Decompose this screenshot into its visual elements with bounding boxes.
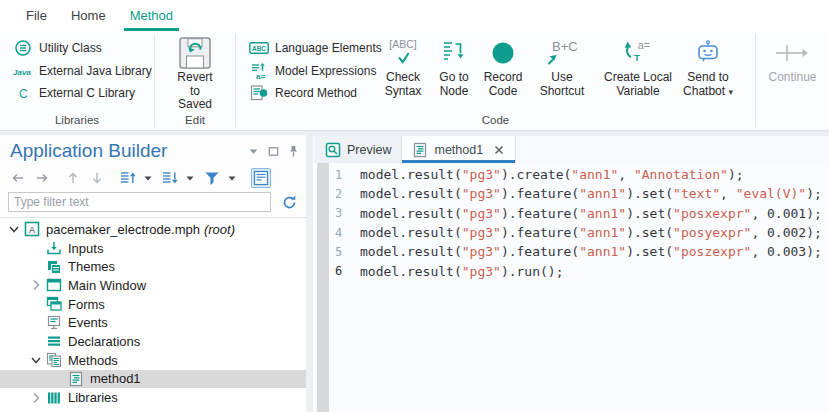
line-number: 6 — [335, 264, 351, 278]
menu-method[interactable]: Method — [130, 0, 173, 31]
forward-arrow-icon[interactable] — [32, 168, 52, 188]
language-elements-button[interactable]: ABCLanguage Elements — [246, 37, 378, 60]
tree-item-method1[interactable]: method1 — [0, 370, 306, 389]
model-expressions-label: Model Expressions — [275, 64, 376, 78]
utility-class-icon — [10, 38, 36, 58]
tree-caret-spacer — [28, 315, 44, 331]
tree-item-themes[interactable]: Themes — [0, 257, 306, 276]
tree-label: Events — [68, 315, 108, 330]
back-arrow-icon[interactable] — [8, 168, 28, 188]
inputs-icon — [46, 240, 62, 256]
tree-item-pacemaker-electrode-mph[interactable]: Apacemaker_electrode.mph(root) — [0, 220, 306, 239]
ribbon-group-libraries: Utility ClassJavaExternal Java LibraryCE… — [0, 31, 154, 130]
tree-caret-expanded-icon[interactable] — [28, 352, 44, 368]
use-shortcut-icon: B+C — [543, 35, 581, 70]
model-expressions-icon: a= — [246, 61, 272, 81]
svg-text:T: T — [634, 51, 640, 62]
tree-item-inputs[interactable]: Inputs — [0, 239, 306, 258]
utility-class-button[interactable]: Utility Class — [10, 37, 154, 60]
application-icon: A — [24, 221, 40, 237]
ribbon-group-continue: Continue — [756, 31, 829, 130]
line-number: 1 — [335, 168, 351, 182]
utility-class-label: Utility Class — [39, 41, 102, 55]
code-line-4: 4model.result("pg3").feature("ann1").set… — [313, 223, 829, 242]
tree-item-methods[interactable]: Methods — [0, 351, 306, 370]
move-node-down-icon[interactable] — [160, 168, 180, 188]
pin-icon[interactable] — [287, 144, 300, 158]
tree-item-libraries[interactable]: Libraries — [0, 388, 306, 407]
filter-icon[interactable] — [202, 168, 222, 188]
java-library-icon: Java — [10, 61, 36, 81]
code-text: model.result("pg3").run(); — [360, 264, 564, 279]
move-up-arrow-icon[interactable] — [63, 168, 83, 188]
forms-icon — [46, 296, 62, 312]
code-text: model.result("pg3").feature("ann1").set(… — [360, 244, 822, 259]
menu-file[interactable]: File — [26, 0, 47, 31]
dropdown-caret-icon[interactable] — [142, 168, 153, 188]
external-c-library-label: External C Library — [39, 86, 135, 100]
line-number: 2 — [335, 187, 351, 201]
create-local-variable-button[interactable]: a=TCreate Local Variable — [598, 31, 678, 98]
tree-caret-collapsed-icon[interactable] — [28, 390, 44, 406]
use-shortcut-button[interactable]: B+CUse Shortcut — [526, 31, 598, 98]
tree-caret-expanded-icon[interactable] — [6, 221, 22, 237]
send-to-chatbot-label: Send to Chatbot ▾ — [680, 71, 736, 99]
code-line-6: 6model.result("pg3").run(); — [313, 261, 829, 280]
filter-input[interactable] — [8, 192, 271, 212]
tree-label: Methods — [68, 353, 118, 368]
chevron-down-icon[interactable] — [247, 144, 260, 158]
tree-item-declarations[interactable]: Declarations — [0, 332, 306, 351]
record-code-button[interactable]: Record Code — [480, 31, 526, 98]
tab-preview[interactable]: Preview — [315, 136, 402, 163]
external-java-library-button[interactable]: JavaExternal Java Library — [10, 60, 154, 83]
main-window-icon — [46, 277, 62, 293]
ribbon-group-label-libraries: Libraries — [0, 114, 154, 126]
check-syntax-label: Check Syntax — [380, 71, 426, 98]
tree-caret-spacer — [28, 240, 44, 256]
close-icon[interactable] — [493, 144, 505, 156]
methods-icon — [46, 352, 62, 368]
tree-caret-spacer — [28, 333, 44, 349]
send-to-chatbot-button[interactable]: Send to Chatbot ▾ — [678, 31, 738, 99]
code-line-1: 1model.result("pg3").create("ann1", "Ann… — [313, 165, 829, 184]
record-method-icon — [246, 83, 272, 103]
svg-text:B+C: B+C — [552, 39, 578, 54]
dropdown-caret-icon: ▾ — [728, 87, 733, 97]
move-node-up-icon[interactable] — [118, 168, 138, 188]
revert-to-saved-label: Revert to Saved — [172, 71, 218, 112]
continue-button[interactable]: Continue — [766, 31, 818, 130]
tree-caret-spacer — [28, 259, 44, 275]
model-data-access-icon[interactable] — [251, 168, 271, 188]
external-c-library-button[interactable]: CExternal C Library — [10, 82, 154, 105]
tree-suffix: (root) — [204, 222, 235, 237]
libraries-icon — [46, 390, 62, 406]
record-method-button[interactable]: Record Method — [246, 82, 378, 105]
ribbon-group-code: ABCLanguage Elementsa=Model ExpressionsR… — [236, 31, 755, 130]
events-icon — [46, 315, 62, 331]
tree-item-forms[interactable]: Forms — [0, 295, 306, 314]
revert-to-saved-icon — [178, 35, 212, 70]
comsol-method-window: FileHomeMethod Utility ClassJavaExternal… — [0, 0, 829, 412]
tab-method1[interactable]: method1 — [402, 136, 516, 163]
tree-label: method1 — [90, 371, 141, 386]
tree-item-main-window[interactable]: Main Window — [0, 276, 306, 295]
dropdown-caret-icon[interactable] — [226, 168, 237, 188]
method-icon — [68, 371, 84, 387]
tree-label: Main Window — [68, 278, 146, 293]
model-expressions-button[interactable]: a=Model Expressions — [246, 60, 378, 83]
tab-label: Preview — [347, 143, 391, 157]
menu-home[interactable]: Home — [71, 0, 106, 31]
code-line-3: 3model.result("pg3").feature("ann1").set… — [313, 204, 829, 223]
tree-item-events[interactable]: Events — [0, 313, 306, 332]
move-down-arrow-icon[interactable] — [87, 168, 107, 188]
check-syntax-button[interactable]: [ABC]Check Syntax — [378, 31, 428, 98]
tree-caret-collapsed-icon[interactable] — [28, 277, 44, 293]
float-window-icon[interactable] — [267, 144, 280, 158]
go-to-node-button[interactable]: Go to Node — [428, 31, 480, 98]
dropdown-caret-icon[interactable] — [184, 168, 195, 188]
continue-label: Continue — [768, 71, 816, 85]
svg-text:[ABC]: [ABC] — [389, 38, 417, 50]
tree-toolbar — [0, 166, 306, 189]
code-editor[interactable]: 1model.result("pg3").create("ann1", "Ann… — [313, 163, 829, 412]
refresh-icon[interactable] — [280, 193, 298, 211]
